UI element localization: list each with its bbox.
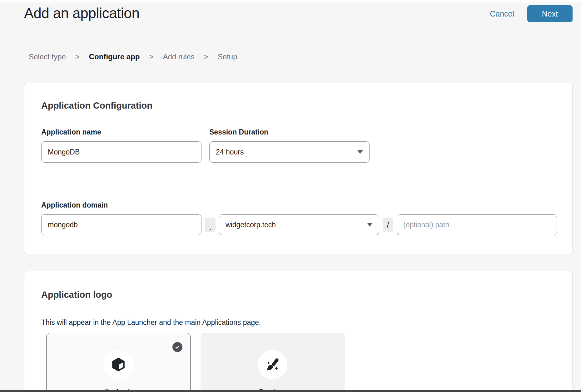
chevron-down-icon bbox=[367, 223, 373, 227]
application-domain-label: Application domain bbox=[41, 201, 558, 209]
application-name-input[interactable] bbox=[41, 141, 201, 163]
selected-check-badge bbox=[172, 342, 182, 352]
page-header: Add an application Cancel Next bbox=[0, 0, 581, 22]
bottom-edge-bar bbox=[0, 390, 581, 392]
logo-card-description: This will appear in the App Launcher and… bbox=[41, 318, 558, 327]
custom-logo-circle bbox=[258, 350, 287, 379]
window-top-edge bbox=[0, 0, 581, 2]
next-button[interactable]: Next bbox=[527, 5, 573, 22]
chevron-down-icon bbox=[357, 150, 363, 154]
logo-option-default[interactable]: Default bbox=[46, 333, 191, 392]
config-card-heading: Application Configuration bbox=[41, 100, 558, 111]
application-configuration-card: Application Configuration Application na… bbox=[24, 83, 573, 254]
dot-separator: . bbox=[205, 218, 216, 232]
slash-separator: / bbox=[383, 218, 393, 232]
default-logo-circle bbox=[104, 350, 133, 380]
step-add-rules: Add rules bbox=[163, 52, 194, 61]
header-actions: Cancel Next bbox=[490, 5, 573, 22]
session-duration-label: Session Duration bbox=[209, 128, 370, 136]
step-separator: > bbox=[149, 52, 153, 61]
page-title: Add an application bbox=[24, 5, 140, 22]
session-duration-select[interactable]: 24 hours bbox=[209, 141, 370, 163]
paintbrush-icon bbox=[265, 357, 281, 372]
step-setup: Setup bbox=[218, 52, 237, 61]
application-logo-card: Application logo This will appear in the… bbox=[24, 271, 573, 392]
subdomain-input[interactable] bbox=[41, 214, 201, 235]
step-configure-app: Configure app bbox=[89, 52, 140, 61]
cancel-button[interactable]: Cancel bbox=[490, 9, 514, 18]
logo-option-custom[interactable]: Custom bbox=[201, 333, 345, 392]
cube-icon bbox=[111, 357, 126, 373]
path-input[interactable] bbox=[397, 214, 557, 235]
step-select-type: Select type bbox=[29, 52, 66, 61]
session-duration-value: 24 hours bbox=[216, 148, 244, 156]
step-separator: > bbox=[75, 52, 80, 61]
application-name-label: Application name bbox=[41, 128, 201, 136]
check-icon bbox=[174, 344, 181, 350]
domain-select[interactable]: widgetcorp.tech bbox=[219, 214, 379, 235]
application-domain-row: . widgetcorp.tech / bbox=[41, 214, 558, 235]
session-duration-field: Session Duration 24 hours bbox=[209, 128, 370, 163]
logo-card-heading: Application logo bbox=[41, 289, 558, 300]
domain-select-value: widgetcorp.tech bbox=[226, 221, 276, 229]
step-separator: > bbox=[204, 52, 208, 61]
wizard-steps: Select type > Configure app > Add rules … bbox=[29, 52, 581, 61]
application-name-field: Application name bbox=[41, 128, 201, 163]
logo-options: Default Custom bbox=[46, 333, 558, 392]
